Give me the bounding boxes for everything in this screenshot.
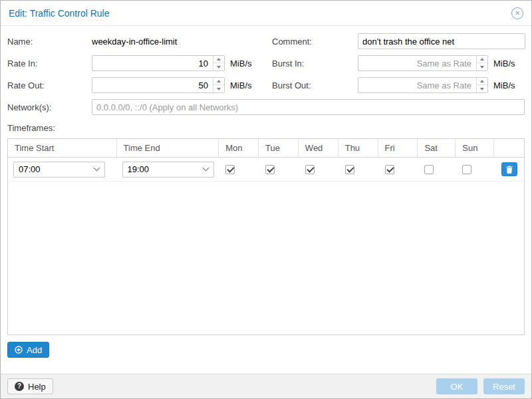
checkbox-sat[interactable] (424, 165, 434, 174)
time-end-cell: 19:00 (117, 158, 219, 181)
name-value: weekday-in-office-limit (92, 37, 177, 47)
burst-in-unit: MiB/s (493, 59, 515, 68)
burst-out-field-group: Burst Out: MiB/s (272, 77, 525, 93)
time-end-combo-value: 19:00 (128, 164, 203, 174)
rate-out-field (92, 77, 225, 93)
burst-out-label: Burst Out: (272, 80, 358, 90)
column-header-time-end: Time End (117, 139, 219, 157)
time-end-combo[interactable]: 19:00 (122, 162, 214, 178)
trash-icon (506, 166, 513, 174)
time-start-cell: 07:00 (8, 158, 117, 181)
spinner-up-icon[interactable] (477, 56, 487, 63)
burst-in-input[interactable] (358, 55, 488, 71)
day-cell-thu (338, 158, 378, 181)
name-field-group: Name: weekday-in-office-limit (7, 33, 272, 49)
name-label: Name: (7, 37, 92, 47)
help-button-label: Help (28, 382, 46, 392)
rate-in-unit: MiB/s (230, 59, 252, 68)
spinner-up-icon[interactable] (477, 78, 487, 85)
rate-out-input[interactable] (92, 77, 225, 93)
rate-out-field-group: Rate Out: MiB/s (7, 77, 272, 93)
timeframes-table-body: 07:0019:00 (8, 158, 524, 334)
time-start-combo[interactable]: 07:00 (13, 162, 105, 178)
burst-in-field (358, 55, 488, 71)
rate-in-field (92, 55, 225, 71)
row-actions-cell (494, 158, 524, 181)
footer-actions: OK Reset (436, 378, 525, 394)
burst-in-spinner (476, 56, 487, 70)
day-cell-sat (418, 158, 456, 181)
rate-out-spinner (213, 78, 224, 92)
dialog-footer: ? Help OK Reset (1, 374, 531, 398)
rate-out-label: Rate Out: (7, 80, 92, 90)
comment-field-group: Comment: (272, 33, 525, 49)
day-cell-mon (219, 158, 259, 181)
checkbox-sun[interactable] (462, 165, 471, 174)
rate-out-unit: MiB/s (230, 80, 252, 90)
day-cell-wed (299, 158, 338, 181)
checkbox-wed[interactable] (305, 165, 315, 174)
column-header-wed: Wed (299, 139, 338, 157)
networks-field-group: Network(s): (7, 99, 525, 115)
day-cell-sun (456, 158, 494, 181)
checkbox-thu[interactable] (345, 165, 354, 174)
time-start-combo-value: 07:00 (19, 164, 94, 174)
dialog-titlebar: Edit: Traffic Control Rule × (1, 1, 531, 26)
column-header-sat: Sat (418, 139, 456, 157)
networks-label: Network(s): (7, 102, 92, 112)
form-row-4: Network(s): (7, 99, 525, 115)
help-button[interactable]: ? Help (7, 378, 53, 394)
ok-button[interactable]: OK (436, 378, 477, 394)
burst-out-spinner (476, 78, 487, 92)
comment-label: Comment: (272, 37, 358, 47)
spinner-down-icon[interactable] (213, 85, 224, 92)
column-header-time-start: Time Start (8, 139, 117, 157)
rate-in-label: Rate In: (7, 59, 92, 68)
burst-in-field-group: Burst In: MiB/s (272, 55, 525, 71)
form-row-3: Rate Out: MiB/s Burst Out: (7, 77, 525, 93)
timeframe-row: 07:0019:00 (8, 158, 524, 182)
burst-out-field (358, 77, 488, 93)
chevron-down-icon (94, 165, 100, 172)
form-row-2: Rate In: MiB/s Burst In: (7, 55, 525, 71)
burst-out-unit: MiB/s (493, 80, 515, 90)
column-header-sun: Sun (456, 139, 494, 157)
spinner-down-icon[interactable] (477, 85, 487, 92)
close-icon[interactable]: × (511, 7, 523, 19)
day-cell-fri (378, 158, 418, 181)
spinner-up-icon[interactable] (213, 78, 224, 85)
form-row-1: Name: weekday-in-office-limit Comment: (7, 33, 525, 49)
spinner-down-icon[interactable] (477, 63, 487, 70)
networks-input[interactable] (92, 99, 525, 115)
spinner-up-icon[interactable] (213, 56, 224, 63)
spinner-down-icon[interactable] (213, 63, 224, 70)
chevron-down-icon (202, 165, 209, 172)
delete-row-button[interactable] (501, 162, 517, 176)
column-header-tue: Tue (259, 139, 299, 157)
add-button-label: Add (27, 345, 42, 355)
rate-in-field-group: Rate In: MiB/s (7, 55, 272, 71)
column-header-actions (494, 139, 524, 157)
burst-out-input[interactable] (358, 77, 488, 93)
dialog-title: Edit: Traffic Control Rule (9, 8, 109, 19)
day-cell-tue (259, 158, 299, 181)
comment-input[interactable] (358, 33, 525, 49)
column-header-thu: Thu (338, 139, 378, 157)
column-header-mon: Mon (219, 139, 259, 157)
dialog-body: Name: weekday-in-office-limit Comment: R… (1, 26, 531, 374)
checkbox-tue[interactable] (265, 165, 275, 174)
reset-button[interactable]: Reset (483, 378, 525, 394)
timeframes-table: Time StartTime EndMonTueWedThuFriSatSun … (7, 138, 525, 335)
timeframes-label: Timeframes: (7, 123, 525, 133)
column-header-fri: Fri (378, 139, 418, 157)
rate-in-spinner (213, 56, 224, 70)
help-icon: ? (15, 382, 24, 391)
add-icon (15, 346, 23, 354)
checkbox-mon[interactable] (225, 165, 235, 174)
edit-traffic-control-rule-dialog: Edit: Traffic Control Rule × Name: weekd… (0, 0, 532, 399)
add-button[interactable]: Add (7, 342, 49, 358)
burst-in-label: Burst In: (272, 59, 358, 68)
checkbox-fri[interactable] (385, 165, 394, 174)
timeframes-table-header: Time StartTime EndMonTueWedThuFriSatSun (8, 139, 524, 158)
rate-in-input[interactable] (92, 55, 225, 71)
